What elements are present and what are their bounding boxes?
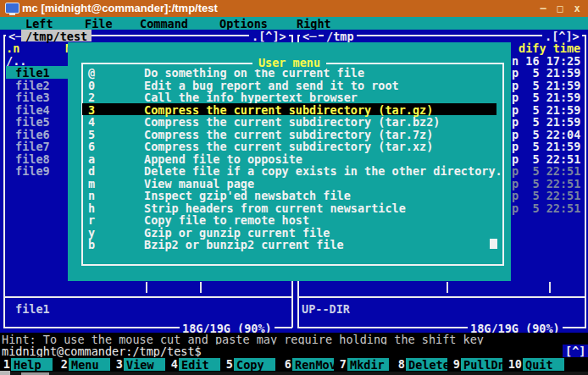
- terminal-window-icon: [5, 3, 19, 14]
- file-item-file7[interactable]: file7: [15, 140, 50, 152]
- menu-item-right[interactable]: Right: [297, 17, 331, 30]
- left-panel-history-marker[interactable]: .[^]>: [249, 30, 289, 42]
- user-menu-item-b[interactable]: bBzip2 or bunzip2 current file: [82, 238, 496, 251]
- user-menu-item-n[interactable]: nInspect gzip'ed newsbatch file: [82, 189, 496, 201]
- file-item-file4[interactable]: file4: [15, 103, 50, 116]
- modify-time-cell: p 5 22:51: [512, 164, 580, 177]
- modify-time-cell: p 5 22:51: [512, 152, 580, 165]
- user-menu-dialog: User menu @Do something on the current f…: [68, 42, 511, 281]
- user-menu-item-4[interactable]: 4Compress the current subdirectory (tar.…: [82, 115, 496, 128]
- fn-key-button-help[interactable]: Help: [11, 358, 53, 372]
- modify-time-cell: p 5 21:59: [512, 103, 580, 116]
- file-item-file2[interactable]: file2: [15, 79, 50, 91]
- modify-time-cell: p 5 21:59: [512, 66, 580, 79]
- left-panel-column-tick: [146, 282, 147, 293]
- user-menu-title: User menu: [252, 57, 326, 69]
- modify-time-cell: p 5 22:51: [512, 201, 580, 214]
- fn-key-number-4: 4: [169, 357, 178, 372]
- user-menu-item-h[interactable]: hStrip headers from current newsarticle: [82, 201, 496, 214]
- file-item-file8[interactable]: file8: [15, 152, 50, 165]
- left-panel-border-left: [3, 35, 5, 328]
- window-titlebar: mc [midnight@commander]:/tmp/test – □ x: [0, 0, 588, 17]
- fn-key-button-delete[interactable]: Delete: [406, 358, 447, 372]
- left-panel-column-tick: [200, 282, 202, 293]
- close-button[interactable]: x: [571, 3, 583, 14]
- user-menu-item-d[interactable]: dDelete file if a copy exists in the oth…: [82, 164, 496, 177]
- file-item-file6[interactable]: file6: [15, 128, 50, 141]
- modify-time-cell: p 5 21:59: [512, 140, 580, 152]
- user-menu-item-hotkey: b: [88, 238, 95, 251]
- user-menu-item-m[interactable]: mView manual page: [82, 177, 496, 190]
- fn-key-number-3: 3: [114, 357, 123, 372]
- file-item-file9[interactable]: file9: [15, 164, 50, 177]
- minimize-button[interactable]: –: [537, 3, 549, 14]
- user-menu-item-0[interactable]: 0Edit a bug report and send it to root: [82, 79, 496, 91]
- fn-key-number-7: 7: [338, 357, 347, 372]
- right-panel-arrow-icon: <─: [300, 30, 319, 42]
- shell-prompt[interactable]: midnight@commander:/tmp/test$: [0, 345, 588, 357]
- modify-time-cell: p 5 22:04: [512, 128, 580, 141]
- fn-key-number-5: 5: [225, 357, 233, 372]
- window-title: mc [midnight@commander]:/tmp/test: [22, 2, 218, 14]
- fn-key-button-menu[interactable]: Menu: [69, 358, 110, 372]
- right-panel-path[interactable]: /tmp: [324, 30, 357, 42]
- fn-key-button-view[interactable]: View: [124, 358, 165, 372]
- mc-window: mc [midnight@commander]:/tmp/test – □ x …: [0, 0, 588, 375]
- user-menu-item-5[interactable]: 5Compress the current subdirectory (tar.…: [82, 128, 496, 141]
- fn-key-number-1: 1: [3, 357, 10, 372]
- window-bottom-strip: [0, 372, 588, 375]
- right-panel-history-marker[interactable]: .[^]>: [542, 30, 582, 42]
- user-menu-item-y[interactable]: yGzip or gunzip current file: [82, 226, 496, 239]
- function-key-bar: 1Help2Menu3View4Edit5Copy6RenMov7Mkdir8D…: [0, 357, 588, 372]
- menu-item-file[interactable]: File: [85, 17, 113, 30]
- left-panel-sort-marker[interactable]: .n: [6, 41, 19, 54]
- user-menu-item-6[interactable]: 6Compress the current subdirectory (tar.…: [82, 140, 496, 152]
- right-panel-modify-time-header[interactable]: dify time: [519, 41, 580, 54]
- user-menu-item-a[interactable]: aAppend file to opposite: [82, 152, 496, 165]
- modify-time-cell: p 5 22:51: [512, 189, 580, 201]
- file-item-file5[interactable]: file5: [15, 115, 50, 128]
- menu-item-command[interactable]: Command: [140, 17, 188, 30]
- right-panel-mini-status: UP--DIR: [302, 302, 350, 315]
- bottom-left-corner: [0, 371, 10, 375]
- prompt-scroll-marker[interactable]: [^]: [563, 345, 588, 357]
- left-panel-mini-status: file1: [15, 302, 50, 315]
- user-menu-item-3[interactable]: 3Compress the current subdirectory (tar.…: [82, 103, 496, 116]
- modify-time-cell: p 5 21:59: [512, 115, 580, 128]
- fn-key-button-pulldn[interactable]: PullDn: [461, 358, 502, 372]
- fn-key-number-10: 10: [503, 357, 522, 372]
- fn-key-number-9: 9: [452, 357, 460, 372]
- fn-key-button-quit[interactable]: Quit: [523, 358, 564, 372]
- right-panel-border-right: [585, 35, 586, 328]
- fn-key-button-mkdir[interactable]: Mkdir: [347, 358, 389, 372]
- fn-key-button-edit[interactable]: Edit: [179, 358, 220, 372]
- file-item-[interactable]: /..: [6, 54, 26, 67]
- hint-line: Hint: To use the mouse cut and paste may…: [0, 333, 588, 345]
- fn-key-number-6: 6: [283, 357, 291, 372]
- file-item-file1[interactable]: file1: [15, 66, 50, 79]
- left-ministatus-separator: [3, 296, 291, 298]
- fn-key-number-2: 2: [59, 357, 68, 372]
- maximize-button[interactable]: □: [554, 3, 566, 14]
- modify-time-cell: p 5 21:59: [512, 91, 580, 103]
- user-menu-item-2[interactable]: 2Call the info hypertext browser: [82, 91, 496, 103]
- menu-item-left[interactable]: Left: [25, 17, 53, 30]
- user-menu-item-label: Bzip2 or bunzip2 current file: [144, 238, 344, 251]
- menu-bar: LeftFileCommandOptionsRight: [0, 17, 588, 30]
- modify-time-cell: p 5 22:51: [512, 177, 580, 190]
- right-panel-column-tick: [447, 282, 448, 293]
- terminal-screen: LeftFileCommandOptionsRight <─ /tmp/test…: [0, 17, 588, 375]
- user-menu-item-r[interactable]: rCopy file to remote host: [82, 213, 496, 226]
- right-ministatus-separator: [297, 296, 585, 298]
- right-panel-column-tick: [549, 282, 551, 293]
- text-cursor: [490, 239, 497, 249]
- modify-time-cell: p 5 21:59: [512, 79, 580, 91]
- file-item-file3[interactable]: file3: [15, 91, 50, 103]
- menu-item-options[interactable]: Options: [219, 17, 268, 30]
- left-panel-path[interactable]: /tmp/test: [21, 30, 92, 42]
- fn-key-button-renmov[interactable]: RenMov: [292, 358, 334, 372]
- fn-key-button-copy[interactable]: Copy: [234, 358, 275, 372]
- fn-key-number-8: 8: [397, 357, 405, 372]
- modify-time-cell: n 16 17:25: [512, 54, 580, 67]
